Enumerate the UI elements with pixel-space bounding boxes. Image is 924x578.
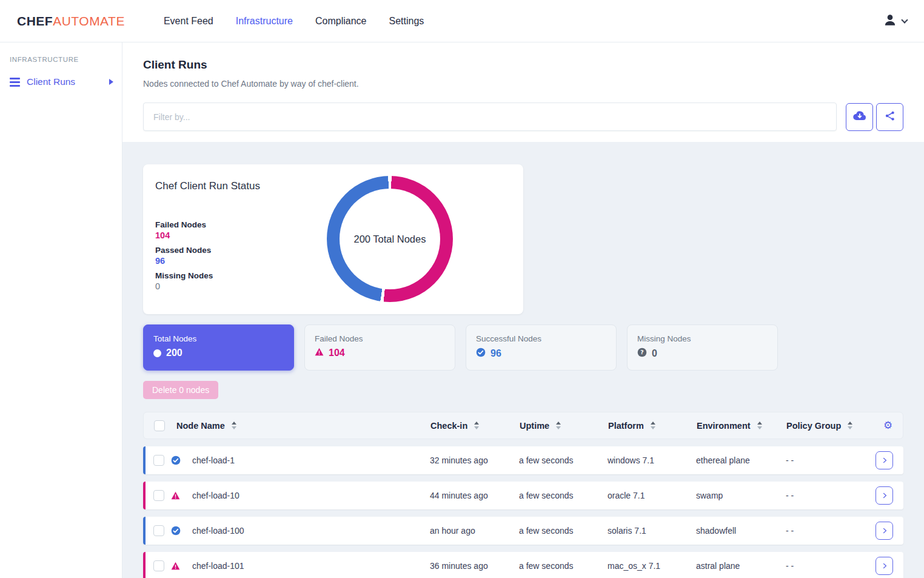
failed-nodes-value: 104 bbox=[329, 348, 345, 358]
table-header: Node Name Check-in Uptime Platform bbox=[143, 412, 903, 439]
col-platform: Platform bbox=[608, 421, 697, 431]
warning-triangle-icon bbox=[171, 491, 187, 500]
table-row: chef-load-1 32 minutes ago a few seconds… bbox=[143, 446, 903, 474]
col-policy-group: Policy Group bbox=[786, 421, 876, 431]
node-name[interactable]: chef-load-100 bbox=[187, 526, 430, 536]
filter-input[interactable] bbox=[143, 102, 837, 131]
page-title: Client Runs bbox=[143, 58, 903, 72]
chef-automate-logo[interactable]: CHEFAUTOMATE bbox=[17, 14, 125, 29]
sort-platform[interactable] bbox=[651, 422, 655, 429]
user-icon bbox=[882, 12, 898, 30]
nav-settings[interactable]: Settings bbox=[389, 16, 424, 27]
col-uptime: Uptime bbox=[520, 421, 608, 431]
nav-event-feed[interactable]: Event Feed bbox=[164, 16, 213, 27]
node-platform: solaris 7.1 bbox=[608, 526, 696, 536]
node-uptime: a few seconds bbox=[519, 561, 608, 571]
nav-compliance[interactable]: Compliance bbox=[315, 16, 366, 27]
row-checkbox[interactable] bbox=[153, 490, 164, 501]
row-expand-button[interactable] bbox=[875, 522, 893, 540]
stat-card-failed[interactable]: Failed Nodes 104 bbox=[304, 324, 455, 371]
table-row: chef-load-10 44 minutes ago a few second… bbox=[143, 482, 903, 509]
col-node-name: Node Name bbox=[172, 421, 430, 431]
missing-nodes-value: 0 bbox=[652, 348, 657, 359]
node-policy-group: - - bbox=[786, 526, 875, 536]
row-checkbox[interactable] bbox=[153, 455, 164, 466]
nodes-table: Node Name Check-in Uptime Platform bbox=[143, 412, 903, 578]
row-checkbox[interactable] bbox=[153, 560, 164, 571]
main-content: Client Runs Nodes connected to Chef Auto… bbox=[122, 42, 924, 578]
triangle-right-icon[interactable] bbox=[109, 79, 113, 85]
stat-card-successful[interactable]: Successful Nodes 96 bbox=[466, 324, 617, 371]
node-name[interactable]: chef-load-10 bbox=[187, 491, 430, 500]
table-settings-button[interactable]: ⚙ bbox=[880, 420, 896, 431]
status-card-title: Chef Client Run Status bbox=[155, 180, 523, 192]
check-circle-icon bbox=[171, 455, 187, 465]
select-all-checkbox[interactable] bbox=[154, 420, 165, 431]
check-circle-icon bbox=[476, 348, 486, 360]
table-body: chef-load-1 32 minutes ago a few seconds… bbox=[143, 446, 903, 578]
filter-bar bbox=[143, 102, 903, 131]
row-expand-button[interactable] bbox=[875, 486, 893, 505]
table-row: chef-load-100 an hour ago a few seconds … bbox=[143, 517, 903, 545]
row-expand-button[interactable] bbox=[875, 557, 893, 575]
sort-checkin[interactable] bbox=[474, 422, 479, 429]
sidebar: INFRASTRUCTURE Client Runs bbox=[0, 42, 122, 578]
total-nodes-value: 200 bbox=[166, 348, 182, 358]
node-uptime: a few seconds bbox=[519, 491, 608, 500]
download-button[interactable] bbox=[846, 103, 873, 131]
logo-automate: AUTOMATE bbox=[53, 14, 125, 28]
chevron-right-icon bbox=[881, 457, 888, 464]
sidebar-item-label: Client Runs bbox=[27, 76, 75, 87]
share-button[interactable] bbox=[876, 103, 903, 131]
successful-nodes-value: 96 bbox=[490, 348, 501, 359]
sidebar-section-label: INFRASTRUCTURE bbox=[10, 56, 122, 63]
node-uptime: a few seconds bbox=[519, 526, 608, 536]
row-expand-button[interactable] bbox=[875, 451, 893, 469]
node-name[interactable]: chef-load-1 bbox=[187, 455, 430, 465]
col-environment: Environment bbox=[697, 421, 786, 431]
run-status-donut-chart: 200 Total Nodes bbox=[327, 176, 453, 302]
top-nav: CHEFAUTOMATE Event Feed Infrastructure C… bbox=[0, 0, 924, 42]
col-checkin: Check-in bbox=[430, 421, 520, 431]
chevron-down-icon bbox=[901, 16, 908, 23]
chevron-right-icon bbox=[881, 492, 888, 499]
node-environment: swamp bbox=[696, 491, 786, 500]
node-uptime: a few seconds bbox=[519, 455, 608, 465]
user-menu[interactable] bbox=[882, 12, 907, 30]
sort-node-name[interactable] bbox=[232, 422, 236, 429]
client-run-status-card: Chef Client Run Status Failed Nodes 104 … bbox=[143, 164, 523, 314]
stat-card-row: Total Nodes 200 Failed Nodes 104 bbox=[143, 324, 903, 371]
node-platform: oracle 7.1 bbox=[608, 491, 696, 500]
main-nav: Event Feed Infrastructure Compliance Set… bbox=[164, 16, 424, 27]
sidebar-item-client-runs[interactable]: Client Runs bbox=[0, 73, 122, 91]
node-platform: mac_os_x 7.1 bbox=[608, 561, 696, 571]
row-checkbox[interactable] bbox=[153, 525, 164, 536]
sort-policy-group[interactable] bbox=[848, 422, 852, 429]
node-environment: shadowfell bbox=[696, 526, 786, 536]
stat-card-missing[interactable]: Missing Nodes ? 0 bbox=[627, 324, 778, 371]
node-name[interactable]: chef-load-101 bbox=[187, 561, 430, 571]
node-checkin: 36 minutes ago bbox=[430, 561, 519, 571]
cloud-download-icon bbox=[852, 110, 867, 124]
list-icon bbox=[10, 78, 20, 87]
gear-icon: ⚙ bbox=[883, 419, 892, 431]
sort-uptime[interactable] bbox=[556, 422, 561, 429]
page-subtitle: Nodes connected to Chef Automate by way … bbox=[143, 79, 903, 89]
delete-nodes-button[interactable]: Delete 0 nodes bbox=[143, 381, 218, 399]
table-row: chef-load-101 36 minutes ago a few secon… bbox=[143, 552, 903, 578]
stat-card-total[interactable]: Total Nodes 200 bbox=[143, 324, 294, 371]
logo-chef: CHEF bbox=[17, 14, 53, 28]
chevron-right-icon bbox=[881, 527, 888, 534]
warning-triangle-icon bbox=[171, 562, 187, 570]
node-policy-group: - - bbox=[786, 561, 875, 571]
missing-count: 0 bbox=[155, 281, 523, 291]
node-policy-group: - - bbox=[786, 455, 875, 465]
question-circle-icon: ? bbox=[637, 348, 647, 360]
circle-icon bbox=[153, 349, 161, 357]
check-circle-icon bbox=[171, 526, 187, 536]
node-checkin: 44 minutes ago bbox=[430, 491, 519, 500]
nav-infrastructure[interactable]: Infrastructure bbox=[236, 16, 293, 27]
sort-environment[interactable] bbox=[757, 422, 762, 429]
node-checkin: 32 minutes ago bbox=[430, 455, 519, 465]
node-policy-group: - - bbox=[786, 491, 875, 500]
